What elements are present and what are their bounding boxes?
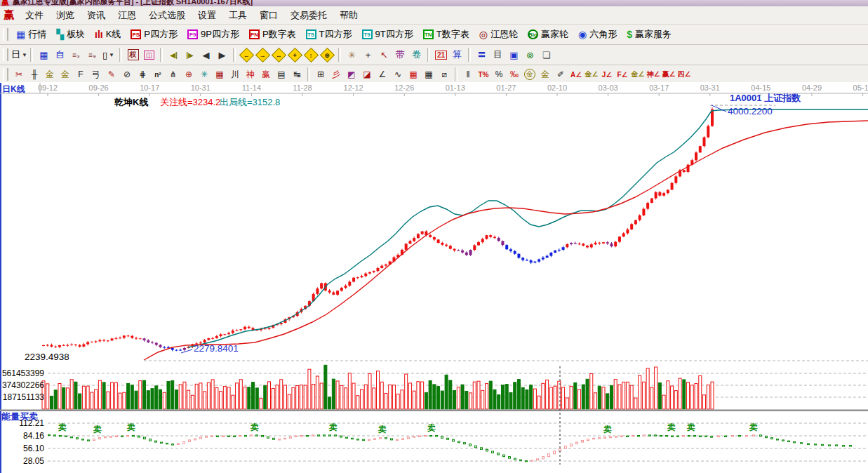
pen-tool-icon[interactable]: ✎	[104, 67, 119, 81]
toolbutton-kline[interactable]: ılıK线	[90, 26, 126, 43]
toolbutton-9t-square[interactable]: T99T四方形	[357, 26, 418, 43]
save-icon[interactable]: ▣	[506, 47, 522, 62]
calendar-icon[interactable]: 21	[433, 47, 449, 62]
black-grid-icon[interactable]: ▦	[421, 67, 436, 81]
min3-chart-icon[interactable]: ≡₃	[68, 47, 84, 62]
window-tile-icon[interactable]: ▦	[36, 47, 52, 62]
toolbar-grip[interactable]	[3, 68, 8, 81]
toolbutton-gann-wheel[interactable]: ◎江恩轮	[474, 26, 523, 43]
toolbutton-hexagon[interactable]: ◉六角形	[573, 26, 622, 43]
angle-tool-icon[interactable]: ∠	[375, 67, 390, 81]
grid-target-icon[interactable]: ▦	[212, 67, 227, 81]
toolbutton-t-square[interactable]: TST四方形	[301, 26, 357, 43]
f-angle-icon[interactable]: F∠	[615, 67, 630, 81]
a-angle-icon[interactable]: A∠	[568, 67, 584, 81]
drag-hand-icon[interactable]: ✳	[344, 47, 360, 62]
bars-tool-icon[interactable]: ⫴	[460, 67, 476, 81]
menu-window[interactable]: 窗口	[253, 7, 284, 24]
toolbar-grip[interactable]	[3, 48, 8, 61]
pan-right-icon[interactable]: →	[255, 47, 271, 62]
page-left-icon[interactable]: ◀	[198, 47, 214, 62]
min9-chart-icon[interactable]: ≡₉	[84, 47, 100, 62]
bow-grid-icon[interactable]: 弓	[88, 67, 104, 81]
page-right-icon[interactable]: ▶	[214, 47, 230, 62]
menu-trade-entrust[interactable]: 交易委托	[284, 7, 333, 24]
jump-first-icon[interactable]: ◀|	[166, 47, 182, 62]
red-grid-icon[interactable]: ▦	[406, 67, 421, 81]
ruler-123-icon[interactable]: ▤	[274, 67, 289, 81]
screenshot-icon[interactable]: ❏	[538, 47, 554, 62]
gold-grid-1-icon[interactable]: 金	[42, 67, 58, 81]
rights-adjust-icon[interactable]: 权	[125, 47, 141, 62]
gold-angle-2-icon[interactable]: 金∠	[630, 67, 646, 81]
zoom-in-horizontal-icon[interactable]: +	[287, 47, 303, 62]
zoom-reset-icon[interactable]: ⊕	[319, 47, 335, 62]
knife-tool-icon[interactable]: ✂	[11, 67, 27, 81]
fan-lines-icon[interactable]: 彡	[328, 67, 344, 81]
info-panel-icon[interactable]: 自	[52, 47, 68, 62]
toolbar-grip[interactable]	[3, 28, 8, 41]
ying-angle-icon[interactable]: 赢∠	[661, 67, 676, 81]
ying-tool-icon[interactable]: 赢	[258, 67, 274, 81]
chuan-lines-icon[interactable]: 川	[227, 67, 243, 81]
band-tool-icon[interactable]: 带	[392, 47, 408, 62]
menu-help[interactable]: 帮助	[333, 7, 364, 24]
candle-style-dropdown-icon[interactable]: ▯▼	[100, 47, 116, 62]
compass-circle-icon[interactable]: ⊘	[119, 67, 135, 81]
box-tool-icon[interactable]: ⊞	[313, 67, 328, 81]
zoom-out-horizontal-icon[interactable]: ↔	[271, 47, 287, 62]
grid-lines-icon[interactable]: ╫	[27, 67, 42, 81]
notes-icon[interactable]: 目	[490, 47, 506, 62]
gann-circle-icon[interactable]: ⊕	[181, 67, 196, 81]
pointer-tool-icon[interactable]: ↖	[376, 47, 392, 62]
zoom-vertical-icon[interactable]: ↕	[303, 47, 319, 62]
toolbutton-sectors[interactable]: ▚板块	[51, 26, 90, 43]
percent-tool-icon[interactable]: %	[491, 67, 507, 81]
shen-tool-icon[interactable]: 神	[243, 67, 258, 81]
menu-gann[interactable]: 江恩	[112, 7, 142, 24]
toolbutton-p-number-table[interactable]: PNP数字表	[244, 26, 301, 43]
brush-tool-icon[interactable]: ✐	[553, 67, 568, 81]
data-calculator-icon[interactable]: 〓	[474, 47, 490, 62]
toolbutton-t-number-table[interactable]: TNT数字表	[418, 26, 474, 43]
shen-angle-icon[interactable]: 神∠	[646, 67, 661, 81]
gold-lines-icon[interactable]: 金	[538, 67, 553, 81]
menu-tools[interactable]: 工具	[222, 7, 253, 24]
fan-box-2-icon[interactable]: ◪	[359, 67, 375, 81]
permille-tool-icon[interactable]: ‰	[507, 67, 522, 81]
crosshair-icon[interactable]: +	[360, 47, 376, 62]
period-day-dropdown-icon[interactable]: 日▼	[11, 47, 27, 62]
volume-profile-icon[interactable]: ◫	[141, 47, 157, 62]
t-percent-icon[interactable]: T%	[476, 67, 491, 81]
pan-left-icon[interactable]: ←	[239, 47, 255, 62]
menu-settings[interactable]: 设置	[192, 7, 222, 24]
si-angle-icon[interactable]: 四∠	[676, 67, 692, 81]
gold-circle-icon[interactable]: 金	[522, 67, 538, 81]
menu-file[interactable]: 文件	[19, 7, 50, 24]
mirror-tool-icon[interactable]: ⋔	[166, 67, 181, 81]
j-angle-icon[interactable]: J∠	[599, 67, 615, 81]
cycle-tool-icon[interactable]: 卷	[408, 47, 425, 62]
net-download-icon[interactable]: ⊚	[522, 47, 538, 62]
toolbutton-quotes[interactable]: ▦行情	[11, 26, 51, 43]
title-bar[interactable]: 赢 赢家江恩专业版[赢家内部服务平台] - [上证指数 SH1A0001-167…	[0, 0, 868, 6]
kline-chart-region[interactable]: 09-1209-2610-1710-3111-1411-2812-1212-26…	[0, 82, 868, 473]
kline-chart-canvas[interactable]: 09-1209-2610-1710-3111-1411-2812-1212-26…	[0, 82, 868, 473]
gold-angle-1-icon[interactable]: 金∠	[584, 67, 599, 81]
jump-last-icon[interactable]: |▶	[182, 47, 198, 62]
toolbutton-winner-wheel[interactable]: Big赢家轮	[523, 26, 573, 43]
fan-box-1-icon[interactable]: ◩	[344, 67, 359, 81]
ruler-lines-icon[interactable]: ⋕	[135, 67, 150, 81]
hatch-tool-icon[interactable]: ⧄	[436, 67, 452, 81]
toolbutton-winner-service[interactable]: $赢家服务	[622, 26, 676, 43]
toolbutton-p-square[interactable]: PSP四方形	[126, 26, 182, 43]
toolbutton-9p-square[interactable]: P99P四方形	[182, 26, 244, 43]
calculator-icon[interactable]: 算	[449, 47, 465, 62]
f-grid-icon[interactable]: F	[73, 67, 88, 81]
menu-news[interactable]: 资讯	[81, 7, 112, 24]
n-square-tool-icon[interactable]: n²	[150, 67, 166, 81]
spider-web-icon[interactable]: ✳	[196, 67, 212, 81]
zigzag-tool-icon[interactable]: ∿	[390, 67, 406, 81]
gold-grid-2-icon[interactable]: 金	[58, 67, 73, 81]
menu-formula-stock-pick[interactable]: 公式选股	[142, 7, 192, 24]
